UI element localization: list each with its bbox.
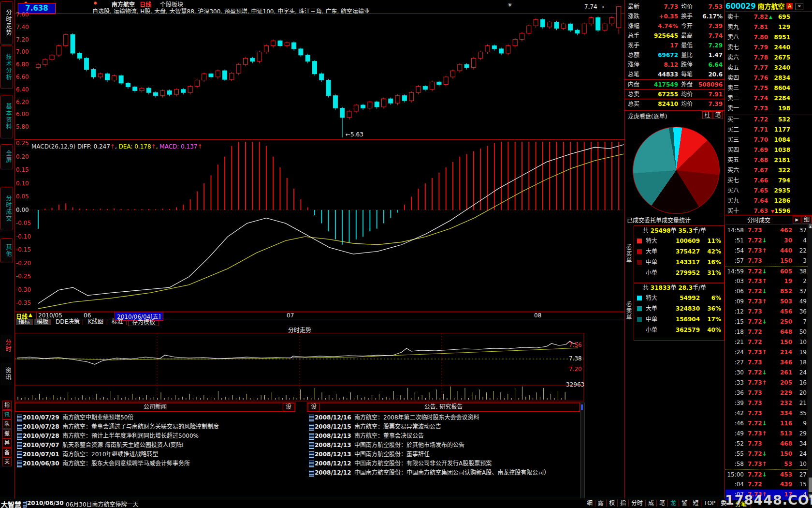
chart-tab-DDE决策[interactable]: DDE决策 [53, 319, 83, 325]
ask-row-卖七[interactable]: 卖七7.792440 [725, 43, 812, 53]
mini-tab-指[interactable]: 指 [618, 500, 629, 507]
tape-row[interactable]: :397.7323221 [725, 398, 812, 408]
macd-chart[interactable] [15, 139, 624, 312]
sidebar-mini-讯[interactable]: 讯 [2, 410, 12, 419]
sidebar-mini-备[interactable]: 备 [2, 448, 12, 457]
tape-row[interactable]: :467.72↓1169 [725, 418, 812, 429]
chart-tab-模板[interactable]: 模板 [34, 319, 51, 325]
tape-row[interactable]: :427.7333435 [725, 408, 812, 418]
mini-tab-露[interactable]: 露 [595, 500, 607, 507]
sidebar-mini-异[interactable]: 异 [2, 438, 12, 448]
candlestick-chart[interactable] [15, 5, 624, 139]
mini-tab-TOP[interactable]: TOP [701, 500, 718, 507]
tape-row[interactable]: :097.73↑50349 [725, 297, 812, 307]
sidebar-tab-基本资料[interactable]: 基本资料 [0, 95, 13, 138]
scroll-up-icon[interactable]: ▲ [809, 224, 812, 228]
mini-tab-权[interactable]: 权 [607, 500, 618, 507]
news-item[interactable]: 2008/12/12中国南方航空股份：中国南方航空集团公司认购新A股、南龙控股有… [307, 468, 580, 478]
chart-tab-指标[interactable]: 指标 [16, 319, 33, 325]
sidebar-mini-队[interactable]: 队 [2, 419, 12, 429]
tape-row[interactable]: :547.73↑44022 [725, 246, 812, 256]
sidebar-tab-其他[interactable]: 其他 [0, 238, 13, 263]
sidebar-tab-全屏[interactable]: 全屏 [0, 144, 13, 169]
ask-row-卖一[interactable]: 卖一7.73198 [725, 104, 812, 114]
mini-tab-成[interactable]: 成 [646, 500, 657, 507]
sidebar-tab-分时成交[interactable]: 分时成交 [0, 187, 13, 230]
sidebar-tab-分时走势[interactable]: 分时走势 [0, 1, 13, 45]
mini-tab-龙[interactable]: 龙 [668, 500, 679, 507]
tape-row[interactable]: :217.7215010 [725, 337, 812, 347]
news-item[interactable]: 2008/12/16南方航空：2008年第二次临时股东大会会议资料 [307, 413, 580, 422]
sidebar-mini-关[interactable]: 关 [2, 457, 12, 466]
bid-row-买六[interactable]: 买六7.67322 [725, 165, 812, 176]
news-item[interactable]: 2010/07/29南方航空中期业绩预增50倍 [15, 413, 295, 422]
mini-tab-细[interactable]: 细 [584, 500, 595, 507]
mini-tab-分时[interactable]: 分时 [629, 500, 646, 507]
tape-row[interactable]: :047.7243915 [725, 479, 812, 490]
news-scrollbar[interactable] [580, 403, 585, 498]
news-scrollbar-thumb[interactable] [581, 404, 583, 410]
sidebar-mini-撤[interactable]: 撤 [2, 429, 12, 438]
mini-tab-短[interactable]: 短 [690, 500, 701, 507]
tape-row[interactable]: :127.7345636 [725, 307, 812, 317]
bid-row-买四[interactable]: 买四7.691038 [725, 145, 812, 155]
mini-tab-笔[interactable]: 笔 [657, 500, 668, 507]
ask-row-卖三[interactable]: 卖三7.758604 [725, 83, 812, 93]
tape-row[interactable]: :367.7322920 [725, 388, 812, 398]
ask-row-卖十[interactable]: 卖十7.82695▲ [725, 12, 812, 22]
kperiod-arrow[interactable]: ▲ [29, 312, 32, 317]
chart-tab-存为模板[interactable]: 存为模板 [128, 319, 159, 326]
news-item[interactable]: 2010/07/01南方航空：2010年继续推进战略转型 [15, 450, 295, 459]
date-label[interactable]: 06 [84, 312, 91, 319]
pie-bar-button[interactable]: 柱 [702, 111, 712, 119]
bid-row-买八[interactable]: 买八7.652935 [725, 186, 812, 196]
tape-row[interactable]: :037.73↑192 [725, 276, 812, 286]
tape-row[interactable]: :527.7346834 [725, 439, 812, 449]
chart-tab-标准[interactable]: 标准 [109, 319, 127, 325]
tape-row[interactable]: :587.73↑5310 [725, 459, 812, 469]
tape-scrollbar[interactable]: ▲ ▼ [808, 224, 812, 499]
ask-row-卖二[interactable]: 卖二7.742284 [725, 93, 812, 104]
tape-row[interactable]: :307.72↓26124 [725, 368, 812, 378]
bid-row-买二[interactable]: 买二7.711177 [725, 125, 812, 135]
news-item[interactable]: 2010/07/28南方航空：董事会通过了与南航财务关联交易的风险控制制度 [15, 422, 295, 432]
bid-row-买五[interactable]: 买五7.682181 [725, 155, 812, 165]
tape-row[interactable]: :577.731503 [725, 256, 812, 266]
bid-row-买一[interactable]: 买一7.72532 [725, 115, 812, 125]
tape-row[interactable]: 14:587.7346237 [725, 225, 812, 236]
tape-row[interactable]: :247.73↑21419 [725, 347, 812, 358]
news-item[interactable]: 2010/06/30南方航空：股东大会同意续聘毕马威会计师事务所 [15, 459, 295, 468]
news-item[interactable]: 2008/12/13中国南方航空股份：董事辞任 [307, 450, 580, 459]
pie-pen-button[interactable]: 笔 [713, 111, 723, 119]
bid-row-买七[interactable]: 买七7.66794 [725, 176, 812, 186]
detail-button[interactable]: 细 [802, 216, 812, 224]
tape-row[interactable]: :187.7264850 [725, 327, 812, 337]
tape-row[interactable]: :277.7334618 [725, 358, 812, 368]
ask-row-卖四[interactable]: 卖四7.762834 [725, 73, 812, 83]
ask-row-卖五[interactable]: 卖五7.773240 [725, 63, 812, 73]
news-item[interactable]: 2008/12/13中国南方航空股份：於其他市场发布的公告 [307, 441, 580, 450]
sidebar-label-分时[interactable]: 分时 [0, 335, 12, 357]
news-item[interactable]: 2008/12/15南方航空：股票交易异常波动公告 [307, 422, 580, 432]
tape-row[interactable]: 15:007.72↓45327 [725, 469, 812, 480]
ask-row-卖六[interactable]: 卖六7.782675 [725, 53, 812, 63]
bid-row-买九[interactable]: 买九7.641286 [725, 196, 812, 206]
tape-scrollbar-thumb[interactable] [809, 478, 812, 492]
tape-row[interactable]: :557.72↓15024 [725, 449, 812, 459]
ask-row-卖九[interactable]: 卖九7.81129 [725, 22, 812, 32]
sidebar-label-资讯[interactable]: 资讯 [0, 363, 12, 385]
bid-row-买三[interactable]: 买三7.701084 [725, 135, 812, 145]
sidebar-tab-技术分析[interactable]: 技术分析 [0, 45, 13, 89]
company-news-settings-button[interactable]: 设 [283, 403, 294, 411]
news-item[interactable]: 2010/07/28南方航空：预计上半年度净利润同比增长超过5000% [15, 432, 295, 441]
mini-tab-警[interactable]: 警 [679, 500, 690, 507]
date-label[interactable]: 08 [534, 312, 541, 319]
news-item[interactable]: 2008/12/12中国南方航空股份：有限公司非公开发行A股股票预案 [307, 459, 580, 468]
date-label[interactable]: 07 [287, 312, 294, 319]
announcements-settings-button[interactable]: 设 [308, 403, 319, 411]
intraday-chart[interactable] [15, 333, 584, 402]
expand-icon[interactable]: ▶ [793, 216, 801, 224]
tape-row[interactable]: 14:597.72↓60538 [725, 266, 812, 277]
close-icon[interactable]: ✕ [796, 3, 803, 10]
date-label[interactable]: 2010/05 [38, 312, 62, 319]
